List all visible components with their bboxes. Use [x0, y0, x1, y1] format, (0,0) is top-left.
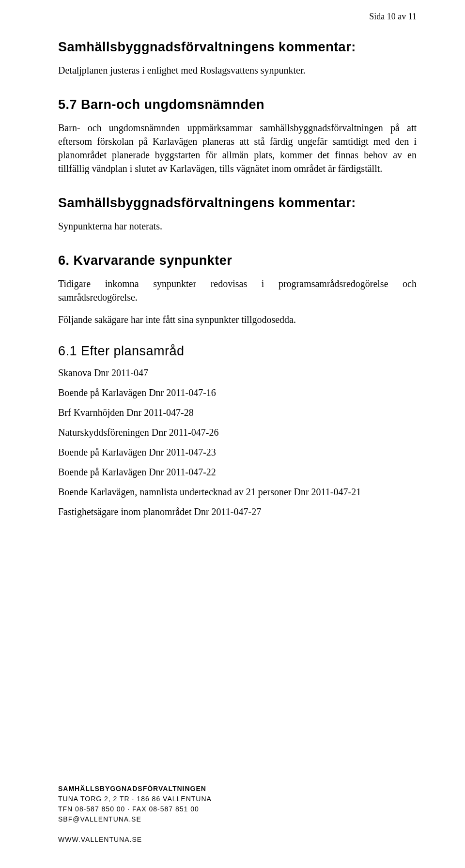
paragraph: Detaljplanen justeras i enlighet med Ros… [58, 63, 417, 77]
list-item: Boende på Karlavägen Dnr 2011-047-16 [58, 387, 417, 398]
list-item: Boende på Karlavägen Dnr 2011-047-23 [58, 447, 417, 458]
footer-phone: TFN 08-587 850 00 · FAX 08-587 851 00 [58, 804, 212, 814]
page-footer: SAMHÄLLSBYGGNADSFÖRVALTNINGEN TUNA TORG … [58, 784, 212, 845]
footer-address: TUNA TORG 2, 2 TR · 186 86 VALLENTUNA [58, 794, 212, 804]
footer-website: WWW.VALLENTUNA.SE [58, 835, 212, 845]
page-number: Sida 10 av 11 [369, 12, 417, 22]
paragraph: Synpunkterna har noterats. [58, 219, 417, 233]
list-item: Boende på Karlavägen Dnr 2011-047-22 [58, 467, 417, 478]
section-5-7-heading: 5.7 Barn-och ungdomsnämnden [58, 97, 417, 112]
paragraph: Följande sakägare har inte fått sina syn… [58, 313, 417, 326]
list-item: Boende Karlavägen, namnlista underteckna… [58, 487, 417, 498]
comment-heading-2: Samhällsbyggnadsförvaltningens kommentar… [58, 196, 417, 211]
paragraph: Tidigare inkomna synpunkter redovisas i … [58, 277, 417, 304]
list-item: Naturskyddsföreningen Dnr 2011-047-26 [58, 427, 417, 438]
list-item: Fastighetsägare inom planområdet Dnr 201… [58, 506, 417, 518]
document-page: Sida 10 av 11 Samhällsbyggnadsförvaltnin… [0, 0, 465, 868]
footer-email: SBF@VALLENTUNA.SE [58, 814, 212, 824]
list-item: Skanova Dnr 2011-047 [58, 367, 417, 379]
list-item: Brf Kvarnhöjden Dnr 2011-047-28 [58, 407, 417, 418]
section-6-1-heading: 6.1 Efter plansamråd [58, 344, 417, 359]
comment-heading-1: Samhällsbyggnadsförvaltningens kommentar… [58, 40, 417, 55]
paragraph: Barn- och ungdomsnämnden uppmärksammar s… [58, 121, 417, 175]
footer-title: SAMHÄLLSBYGGNADSFÖRVALTNINGEN [58, 784, 212, 794]
section-6-heading: 6. Kvarvarande synpunkter [58, 253, 417, 268]
